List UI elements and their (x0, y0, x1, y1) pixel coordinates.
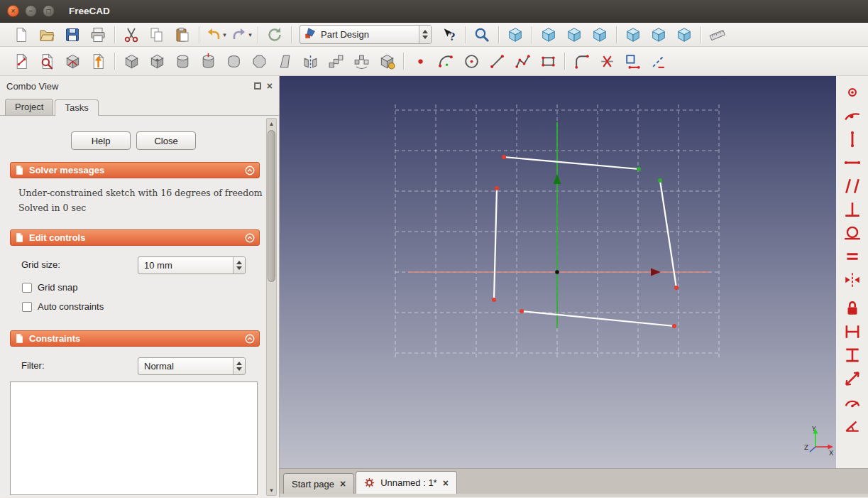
sketch-point[interactable] (674, 286, 679, 290)
constraint-distance-x-button[interactable] (840, 320, 865, 343)
copy-button[interactable] (145, 24, 169, 45)
tab-close-icon[interactable]: × (443, 478, 449, 488)
view-axonometric-button[interactable] (503, 24, 527, 45)
dropdown-caret-icon[interactable]: ▾ (223, 31, 226, 38)
window-minimize-button[interactable]: − (25, 5, 37, 17)
mirrored-button[interactable] (298, 50, 322, 72)
view-front-button[interactable] (537, 24, 561, 45)
edit-sketch-button[interactable] (35, 50, 59, 72)
revolution-button[interactable] (170, 50, 194, 72)
tasks-scrollbar[interactable]: ▲ ▼ (266, 118, 277, 496)
print-button[interactable] (86, 24, 110, 45)
auto-constraints-checkbox[interactable]: Auto constraints (22, 301, 104, 312)
constraint-vertical-button[interactable] (840, 127, 865, 151)
sketch-canvas[interactable]: YXZ (280, 76, 836, 468)
constraints-section-header[interactable]: Constraints (10, 330, 260, 347)
sketch-point[interactable] (658, 178, 662, 183)
grid-size-select[interactable]: 10 mm (138, 256, 246, 274)
constraint-tangent-button[interactable] (840, 221, 865, 244)
create-arc-button[interactable] (434, 50, 458, 72)
close-button[interactable]: Close (136, 131, 196, 150)
grid-snap-checkbox[interactable]: Grid snap (22, 282, 77, 293)
view-rear-button[interactable] (621, 24, 645, 45)
constraint-equal-button[interactable] (840, 244, 865, 268)
constraint-lock-button[interactable] (840, 296, 865, 320)
grid-size-spin-arrows[interactable] (233, 257, 245, 274)
panel-float-icon[interactable] (254, 82, 261, 90)
edit-controls-header[interactable]: Edit controls (10, 229, 260, 246)
tab-project[interactable]: Project (5, 99, 53, 115)
view-bottom-button[interactable] (647, 24, 671, 45)
filter-spin-arrows[interactable] (233, 358, 245, 374)
tab-close-icon[interactable]: × (340, 479, 346, 489)
tab-tasks[interactable]: Tasks (55, 99, 98, 116)
draft-button[interactable] (273, 50, 297, 72)
paste-button[interactable] (170, 24, 194, 45)
window-close-button[interactable]: × (7, 5, 19, 17)
constraints-list[interactable] (10, 381, 258, 495)
sketch-point[interactable] (492, 298, 496, 302)
constraints-filter-select[interactable]: Normal (138, 357, 246, 375)
3d-viewport[interactable]: YXZ (280, 76, 836, 468)
collapse-icon[interactable] (244, 165, 256, 176)
groove-button[interactable] (196, 50, 220, 72)
solver-messages-header[interactable]: Solver messages (10, 162, 260, 178)
create-point-button[interactable] (408, 50, 432, 72)
panel-close-icon[interactable]: × (267, 82, 273, 90)
origin-point[interactable] (555, 270, 559, 274)
save-document-button[interactable] (60, 24, 84, 45)
window-maximize-button[interactable]: □ (43, 5, 55, 17)
undo-button[interactable]: ▾ (204, 24, 228, 45)
whats-this-button[interactable]: ? (436, 24, 461, 45)
sketch-point[interactable] (495, 186, 499, 190)
constraint-distance-y-button[interactable] (840, 343, 865, 367)
new-document-button[interactable] (9, 24, 33, 45)
sketch-point[interactable] (672, 324, 676, 328)
cut-button[interactable] (119, 24, 143, 45)
scroll-down-icon[interactable]: ▼ (267, 485, 276, 495)
open-document-button[interactable] (35, 24, 59, 45)
create-polyline-button[interactable] (510, 50, 534, 72)
workbench-dropdown-arrows[interactable] (419, 26, 431, 43)
help-button[interactable]: Help (71, 131, 131, 150)
chamfer-button[interactable] (247, 50, 271, 72)
constraint-point-on-object-button[interactable] (840, 104, 865, 127)
collapse-icon[interactable] (244, 333, 256, 345)
toggle-construction-button[interactable] (646, 50, 670, 72)
multi-transform-button[interactable] (375, 50, 399, 72)
create-sketch-button[interactable] (9, 50, 33, 72)
constraint-parallel-button[interactable] (840, 174, 865, 197)
polar-pattern-button[interactable] (349, 50, 373, 72)
document-tab-unnamed-1[interactable]: Unnamed : 1*× (356, 471, 457, 494)
redo-button[interactable]: ▾ (229, 24, 253, 45)
view-top-button[interactable] (562, 24, 586, 45)
view-right-button[interactable] (588, 24, 612, 45)
sketch-point[interactable] (502, 155, 506, 159)
view-left-button[interactable] (672, 24, 696, 45)
create-rectangle-button[interactable] (536, 50, 560, 72)
scroll-up-icon[interactable]: ▲ (267, 119, 276, 129)
sketch-fillet-button[interactable] (569, 50, 593, 72)
constraint-symmetric-button[interactable] (840, 268, 865, 291)
pad-button[interactable] (119, 50, 143, 72)
external-geometry-button[interactable] (620, 50, 644, 72)
fillet-feature-button[interactable] (221, 50, 246, 72)
sketch-point[interactable] (520, 309, 524, 313)
linear-pattern-button[interactable] (324, 50, 348, 72)
scrollbar-thumb[interactable] (268, 130, 275, 282)
constraint-horizontal-button[interactable] (840, 151, 865, 174)
constraint-angle-button[interactable] (840, 413, 865, 437)
map-sketch-button[interactable] (60, 50, 84, 72)
constraint-perpendicular-button[interactable] (840, 197, 865, 221)
create-circle-button[interactable] (459, 50, 483, 72)
pocket-button[interactable] (145, 50, 169, 72)
sketch-point[interactable] (637, 167, 641, 171)
fit-all-button[interactable] (470, 24, 494, 45)
constraint-length-button[interactable] (840, 367, 865, 390)
refresh-button[interactable] (263, 24, 287, 45)
document-tab-start-page[interactable]: Start page× (283, 473, 354, 494)
create-line-button[interactable] (485, 50, 509, 72)
reorient-sketch-button[interactable] (86, 50, 110, 72)
constraint-radius-button[interactable] (840, 390, 865, 413)
trim-edge-button[interactable] (595, 50, 619, 72)
